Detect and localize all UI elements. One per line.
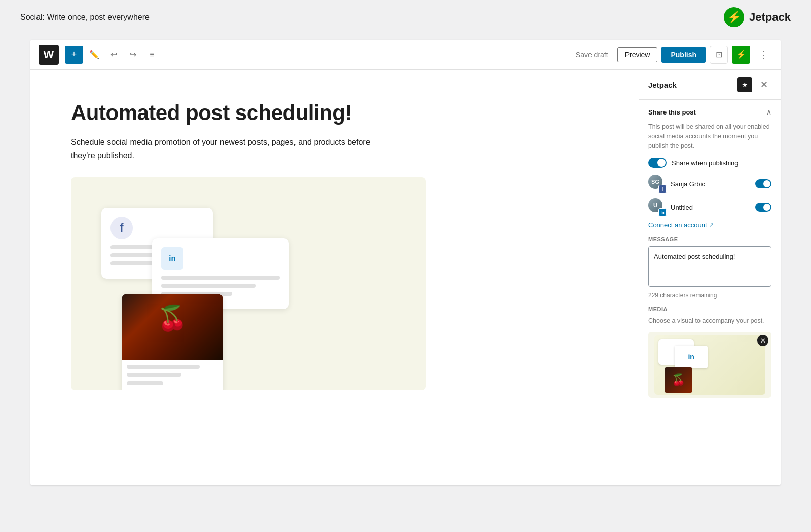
- editor-toolbar: W + ✏️ ↩ ↪ ≡ Save draft Preview Publish …: [30, 40, 781, 70]
- undo-button[interactable]: ↩: [104, 46, 123, 64]
- mini-food-image: 🍒: [665, 367, 692, 393]
- share-when-publishing-row: Share when publishing: [648, 158, 771, 168]
- placeholder-line: [127, 373, 181, 377]
- share-section-header: Share this post ∧: [648, 108, 771, 116]
- share-section-title: Share this post: [648, 108, 696, 116]
- char-count: 229 characters remaining: [648, 292, 771, 299]
- account-row-untitled: U in Untitled: [648, 198, 771, 216]
- media-label: MEDIA: [648, 306, 771, 312]
- jetpack-branding: ⚡ Jetpack: [724, 7, 791, 27]
- post-subtitle[interactable]: Schedule social media promotion of your …: [71, 136, 395, 162]
- tools-button[interactable]: ✏️: [85, 46, 103, 64]
- publish-button[interactable]: Publish: [661, 47, 706, 63]
- more-options-button[interactable]: ⋮: [754, 46, 772, 64]
- jetpack-logo-icon: ⚡: [724, 7, 744, 27]
- share-description: This post will be shared on all your ena…: [648, 122, 771, 150]
- redo-button[interactable]: ↪: [124, 46, 142, 64]
- placeholder-line: [127, 365, 200, 369]
- share-section: Share this post ∧ This post will be shar…: [639, 100, 781, 406]
- share-toggle[interactable]: [648, 158, 667, 168]
- jetpack-toolbar-button[interactable]: ⚡: [732, 46, 750, 64]
- account-row-sanja: SG f Sanja Grbic: [648, 175, 771, 193]
- jetpack-logo-text: Jetpack: [749, 11, 791, 24]
- untitled-toggle[interactable]: [755, 203, 771, 212]
- editor-wrapper: W + ✏️ ↩ ↪ ≡ Save draft Preview Publish …: [30, 40, 781, 485]
- wordpress-logo[interactable]: W: [39, 45, 59, 65]
- jetpack-sidebar: Jetpack ★ ✕ Share this post ∧ This post …: [639, 70, 781, 410]
- sanja-toggle[interactable]: [755, 179, 771, 188]
- untitled-account-name: Untitled: [671, 204, 755, 211]
- media-thumbnail: ✕ f in 🍒: [648, 332, 771, 398]
- close-sidebar-button[interactable]: ✕: [756, 77, 771, 92]
- social-preview-image: f in: [71, 177, 426, 390]
- editor-main[interactable]: Automated post scheduling! Schedule soci…: [30, 70, 639, 410]
- preview-button[interactable]: Preview: [617, 47, 658, 62]
- remove-media-button[interactable]: ✕: [757, 335, 768, 346]
- facebook-icon: f: [110, 217, 133, 239]
- food-image: [122, 294, 223, 360]
- sidebar-header-actions: ★ ✕: [737, 77, 771, 92]
- food-photo-card: [122, 294, 223, 390]
- mini-social-preview: f in 🍒: [654, 335, 765, 395]
- post-title[interactable]: Automated post scheduling!: [71, 100, 598, 126]
- share-toggle-label: Share when publishing: [672, 159, 739, 167]
- placeholder-line: [127, 381, 163, 385]
- top-bar: Social: Write once, post everywhere ⚡ Je…: [0, 0, 811, 34]
- add-block-button[interactable]: +: [65, 46, 83, 64]
- food-card-text: [122, 360, 223, 390]
- save-draft-button[interactable]: Save draft: [571, 48, 613, 62]
- placeholder-line: [161, 284, 256, 288]
- list-view-button[interactable]: ≡: [143, 46, 161, 64]
- untitled-avatar-wrapper: U in: [648, 198, 667, 216]
- sidebar-header: Jetpack ★ ✕: [639, 70, 781, 100]
- message-textarea[interactable]: Automated post scheduling!: [648, 246, 771, 287]
- media-description: Choose a visual to accompany your post.: [648, 316, 771, 326]
- media-preview: f in 🍒: [648, 332, 771, 398]
- mini-linkedin-card: in: [675, 346, 708, 368]
- connect-account-link[interactable]: Connect an account: [648, 221, 771, 229]
- toolbar-right: Save draft Preview Publish ⊡ ⚡ ⋮: [571, 46, 772, 64]
- editor-content-area: Automated post scheduling! Schedule soci…: [30, 70, 781, 410]
- sanja-account-name: Sanja Grbic: [671, 180, 755, 188]
- facebook-badge: f: [658, 185, 667, 193]
- star-button[interactable]: ★: [737, 77, 752, 92]
- sidebar-title: Jetpack: [648, 81, 677, 89]
- share-chevron-icon[interactable]: ∧: [766, 108, 771, 116]
- placeholder-line: [161, 276, 280, 280]
- linkedin-badge: in: [658, 208, 667, 216]
- linkedin-icon: in: [161, 247, 183, 270]
- layout-toggle-button[interactable]: ⊡: [710, 46, 728, 64]
- sanja-avatar-wrapper: SG f: [648, 175, 667, 193]
- message-label: MESSAGE: [648, 236, 771, 242]
- page-title: Social: Write once, post everywhere: [20, 13, 150, 22]
